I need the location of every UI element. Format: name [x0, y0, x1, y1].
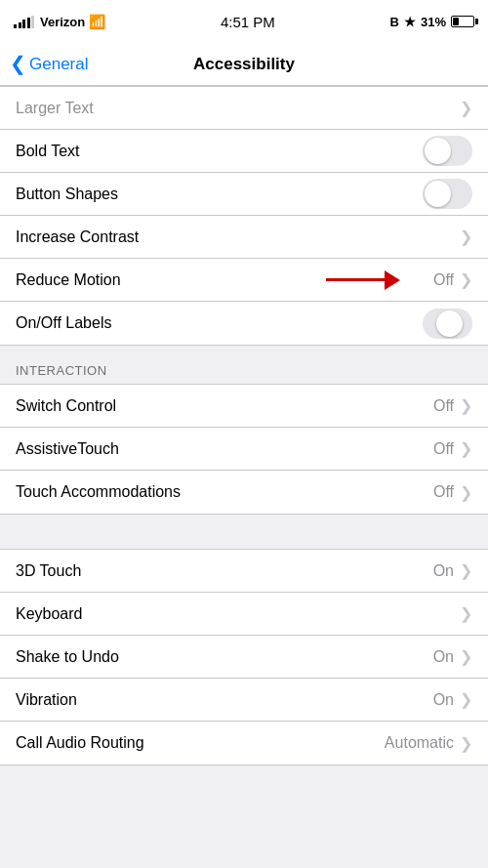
call-audio-routing-value: Automatic	[385, 734, 454, 752]
reduce-motion-value: Off	[433, 271, 454, 289]
reduce-motion-arrow	[326, 270, 400, 290]
status-right: B ★ 31%	[390, 15, 474, 29]
reduce-motion-right: Off ❯	[433, 270, 472, 289]
vision-group: Larger Text ❯ Bold Text Button Shapes In…	[0, 86, 488, 346]
3d-touch-chevron-icon: ❯	[460, 561, 472, 580]
interaction-group: Switch Control Off ❯ AssistiveTouch Off …	[0, 384, 488, 515]
list-item-onoff-labels[interactable]: On/Off Labels	[0, 302, 488, 345]
arrow-head	[385, 270, 400, 290]
touch-accommodations-right: Off ❯	[433, 483, 472, 502]
keyboard-label: Keyboard	[16, 605, 83, 623]
vibration-chevron-icon: ❯	[460, 690, 472, 709]
separator	[0, 515, 488, 549]
larger-text-label: Larger Text	[16, 100, 94, 117]
back-chevron-icon: ❮	[10, 54, 26, 73]
assistivetouch-chevron-icon: ❯	[460, 439, 472, 458]
3d-touch-label: 3D Touch	[16, 562, 81, 580]
vibration-value: On	[433, 691, 454, 709]
shake-to-undo-chevron-icon: ❯	[460, 647, 472, 666]
button-shapes-label: Button Shapes	[16, 186, 118, 203]
shake-to-undo-label: Shake to Undo	[16, 648, 119, 666]
signal-bars	[14, 16, 34, 28]
button-shapes-knob	[425, 181, 451, 207]
shake-to-undo-value: On	[433, 648, 454, 666]
onoff-labels-label: On/Off Labels	[16, 314, 111, 332]
onoff-labels-knob	[436, 310, 463, 337]
list-item-shake-to-undo[interactable]: Shake to Undo On ❯	[0, 636, 488, 679]
battery-icon: ★	[404, 15, 416, 29]
arrow-line	[326, 278, 385, 281]
increase-contrast-chevron-icon: ❯	[460, 227, 472, 246]
touch-accommodations-label: Touch Accommodations	[16, 483, 181, 501]
keyboard-right: ❯	[458, 604, 472, 623]
shake-to-undo-right: On ❯	[433, 647, 472, 666]
switch-control-label: Switch Control	[16, 397, 116, 415]
assistivetouch-right: Off ❯	[433, 439, 472, 458]
keyboard-chevron-icon: ❯	[460, 604, 472, 623]
battery-percent: 31%	[421, 15, 446, 29]
list-item-switch-control[interactable]: Switch Control Off ❯	[0, 385, 488, 428]
larger-text-chevron-icon: ❯	[460, 99, 472, 117]
3d-touch-value: On	[433, 562, 454, 580]
bold-text-knob	[425, 138, 451, 164]
back-label: General	[29, 55, 88, 74]
vibration-right: On ❯	[433, 690, 472, 709]
red-arrow-icon	[326, 270, 400, 290]
list-item-reduce-motion[interactable]: Reduce Motion Off ❯	[0, 259, 488, 302]
button-shapes-toggle[interactable]	[423, 179, 472, 209]
vibration-label: Vibration	[16, 691, 77, 709]
list-item-keyboard[interactable]: Keyboard ❯	[0, 593, 488, 636]
interaction-section-header: INTERACTION	[0, 346, 488, 384]
status-left: Verizon 📶	[14, 14, 105, 29]
carrier-label: Verizon	[40, 15, 85, 29]
touch-accommodations-value: Off	[433, 483, 454, 501]
nav-bar: ❮ General Accessibility	[0, 43, 488, 86]
page-title: Accessibility	[193, 55, 295, 74]
list-item-vibration[interactable]: Vibration On ❯	[0, 679, 488, 722]
list-item-bold-text[interactable]: Bold Text	[0, 130, 488, 173]
switch-control-right: Off ❯	[433, 396, 472, 415]
bluetooth-icon: B	[390, 15, 399, 29]
back-button[interactable]: ❮ General	[10, 55, 88, 74]
bold-text-toggle[interactable]	[423, 136, 472, 166]
reduce-motion-chevron-icon: ❯	[460, 270, 472, 289]
more-group: 3D Touch On ❯ Keyboard ❯ Shake to Undo O…	[0, 549, 488, 765]
increase-contrast-right: ❯	[458, 227, 472, 246]
call-audio-routing-right: Automatic ❯	[385, 734, 472, 753]
switch-control-chevron-icon: ❯	[460, 396, 472, 415]
list-item-increase-contrast[interactable]: Increase Contrast ❯	[0, 216, 488, 259]
list-item-larger-text[interactable]: Larger Text ❯	[0, 87, 488, 130]
status-time: 4:51 PM	[221, 14, 275, 30]
onoff-labels-toggle[interactable]	[423, 309, 472, 339]
increase-contrast-label: Increase Contrast	[16, 228, 139, 246]
reduce-motion-label: Reduce Motion	[16, 271, 121, 289]
call-audio-routing-chevron-icon: ❯	[460, 734, 472, 753]
3d-touch-right: On ❯	[433, 561, 472, 580]
list-item-assistivetouch[interactable]: AssistiveTouch Off ❯	[0, 428, 488, 471]
list-item-touch-accommodations[interactable]: Touch Accommodations Off ❯	[0, 471, 488, 514]
call-audio-routing-label: Call Audio Routing	[16, 734, 144, 752]
larger-text-right: ❯	[454, 99, 472, 117]
assistivetouch-label: AssistiveTouch	[16, 440, 119, 458]
assistivetouch-value: Off	[433, 440, 454, 458]
settings-container: Larger Text ❯ Bold Text Button Shapes In…	[0, 86, 488, 765]
status-bar: Verizon 📶 4:51 PM B ★ 31%	[0, 0, 488, 43]
switch-control-value: Off	[433, 397, 454, 415]
battery-indicator	[451, 16, 474, 27]
bold-text-label: Bold Text	[16, 143, 80, 160]
list-item-button-shapes[interactable]: Button Shapes	[0, 173, 488, 216]
battery-fill	[453, 18, 459, 25]
list-item-3d-touch[interactable]: 3D Touch On ❯	[0, 550, 488, 593]
wifi-icon: 📶	[89, 14, 105, 29]
touch-accommodations-chevron-icon: ❯	[460, 483, 472, 502]
list-item-call-audio-routing[interactable]: Call Audio Routing Automatic ❯	[0, 722, 488, 765]
